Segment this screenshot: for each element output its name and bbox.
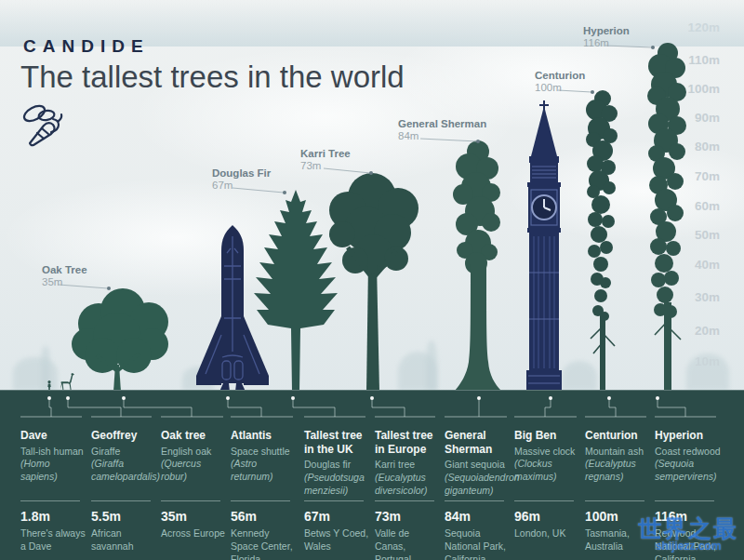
legend-location: African savannah	[91, 527, 158, 553]
legend-connector-lines	[0, 391, 744, 430]
legend-name: Tallest tree in Europe	[375, 429, 442, 456]
legend-panel: Dave Tall-ish human (Homo sapiens) 1.8m …	[0, 390, 744, 560]
legend-divider	[91, 500, 151, 501]
callout-name: Karri Tree	[300, 148, 351, 160]
callout-name: Hyperion	[583, 25, 630, 37]
legend-species: Karri tree	[375, 459, 442, 472]
callout-name: Oak Tree	[42, 264, 87, 276]
legend-species: Douglas fir	[304, 459, 371, 472]
callout-name: Douglas Fir	[212, 167, 271, 180]
legend-column-tallest-uk: Tallest tree in the UK Douglas fir (Pseu…	[304, 429, 371, 559]
legend-species: Mountain ash	[585, 446, 652, 459]
legend-height: 73m	[375, 509, 442, 525]
legend-species: Tall-ish human	[20, 446, 87, 459]
legend-species: Coast redwood	[655, 446, 722, 459]
callout-height: 67m	[212, 180, 271, 192]
legend-location: Across Europe	[161, 527, 225, 540]
legend-divider	[304, 500, 364, 501]
legend-height: 1.8m	[20, 509, 87, 525]
legend-species: English oak	[161, 446, 228, 459]
legend-latin-name: (Giraffa camelopardalis)	[91, 458, 158, 483]
legend-name: Oak tree	[161, 429, 228, 443]
legend-name: Geoffrey	[91, 429, 158, 443]
legend-location: Valle de Canas, Portugal	[375, 527, 442, 560]
legend-latin-name: (Astro returnum)	[231, 458, 298, 483]
callout-name: Centurion	[535, 70, 585, 82]
legend-height: 67m	[304, 509, 371, 525]
legend-height: 56m	[231, 509, 298, 525]
legend-column-general-sherman: General Sherman Giant sequoia (Sequoiade…	[445, 429, 512, 559]
legend-latin-name: (Quercus robur)	[161, 458, 228, 483]
legend-name: General Sherman	[445, 429, 512, 456]
callout-leader-lines	[0, 0, 744, 391]
infographic-canvas: 120m 110m 100m 90m 80m 70m 60m 50m 40m 3…	[0, 0, 744, 560]
callout-general-sherman: General Sherman 84m	[398, 118, 486, 142]
legend-latin-name: (Eucalyptus diversicolor)	[375, 472, 442, 497]
legend-divider	[231, 500, 290, 501]
callout-name: General Sherman	[398, 118, 486, 130]
legend-divider	[655, 500, 714, 501]
legend-height: 5.5m	[91, 509, 158, 525]
site-watermark: 世界之最 shijiezz.com	[638, 516, 738, 553]
legend-column-atlantis: Atlantis Space shuttle (Astro returnum) …	[231, 429, 298, 559]
legend-divider	[445, 500, 504, 501]
legend-column-dave: Dave Tall-ish human (Homo sapiens) 1.8m …	[20, 429, 87, 559]
legend-name: Hyperion	[655, 429, 722, 443]
legend-species: Giant sequoia	[445, 459, 512, 472]
watermark-title: 世界之最	[638, 516, 738, 540]
callout-height: 100m	[535, 82, 585, 94]
legend-latin-name: (Pseudotsuga menziesii)	[304, 472, 371, 497]
callout-douglas-fir: Douglas Fir 67m	[212, 167, 271, 192]
legend-divider	[375, 500, 434, 501]
legend-species: Space shuttle	[231, 446, 298, 459]
callout-height: 84m	[398, 130, 486, 142]
legend-latin-name: (Sequoia sempervirens)	[655, 458, 722, 483]
legend-species: Massive clock	[514, 446, 581, 459]
legend-name: Dave	[20, 429, 87, 443]
legend-name: Atlantis	[231, 429, 298, 443]
legend-divider	[585, 500, 644, 501]
legend-name: Tallest tree in the UK	[304, 429, 371, 456]
callout-height: 73m	[300, 160, 351, 172]
legend-name: Big Ben	[514, 429, 581, 443]
legend-divider	[161, 500, 220, 501]
legend-height: 96m	[514, 509, 565, 525]
callout-height: 35m	[42, 276, 87, 288]
watermark-url: shijiezz.com	[638, 540, 738, 553]
callout-height: 116m	[583, 37, 630, 49]
legend-column-tallest-europe: Tallest tree in Europe Karri tree (Eucal…	[375, 429, 442, 559]
legend-divider	[20, 500, 80, 501]
legend-divider	[514, 500, 574, 501]
legend-column-geoffrey: Geoffrey Giraffe (Giraffa camelopardalis…	[91, 429, 158, 559]
legend-latin-name: (Clockus maximus)	[514, 458, 581, 483]
callout-karri-tree: Karri Tree 73m	[300, 148, 351, 172]
legend-location: There's always a Dave	[20, 527, 87, 553]
legend-latin-name: (Homo sapiens)	[20, 458, 87, 483]
legend-location: Sequoia National Park, California	[445, 527, 512, 560]
legend-location: Kennedy Space Center, Florida	[231, 527, 298, 560]
legend-location: Betws Y Coed, Wales	[304, 527, 371, 553]
legend-latin-name: (Eucalyptus regnans)	[585, 458, 652, 483]
legend-latin-name: (Sequoiadendron giganteum)	[445, 472, 512, 497]
legend-location: London, UK	[514, 527, 565, 540]
legend-column-big-ben: Big Ben Massive clock (Clockus maximus) …	[514, 429, 581, 559]
legend-height: 35m	[161, 509, 225, 525]
callout-centurion: Centurion 100m	[535, 70, 585, 94]
legend-height: 84m	[445, 509, 512, 525]
legend-name: Centurion	[585, 429, 652, 443]
legend-species: Giraffe	[91, 446, 158, 459]
callout-oak-tree: Oak Tree 35m	[42, 264, 87, 288]
callout-hyperion: Hyperion 116m	[583, 25, 630, 49]
legend-column-oak-tree: Oak tree English oak (Quercus robur) 35m…	[161, 429, 228, 559]
